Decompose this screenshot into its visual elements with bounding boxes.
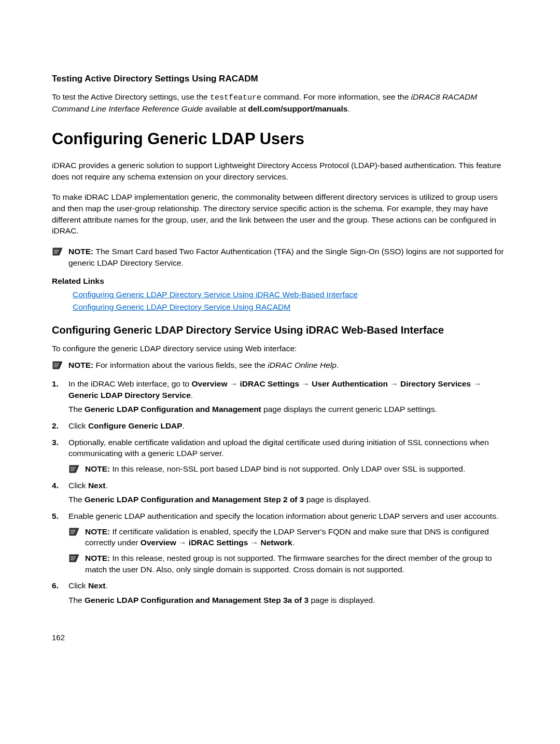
text: The (68, 405, 85, 414)
bold-text: Next (88, 481, 106, 490)
step-text: In the iDRAC Web interface, go to Overvi… (68, 378, 508, 401)
note-icon (68, 527, 80, 536)
text: page displays the current generic LDAP s… (261, 405, 437, 414)
step-text: Enable generic LDAP authentication and s… (68, 511, 508, 522)
step-text: Click Next. (68, 580, 508, 591)
link-ldap-web[interactable]: Configuring Generic LDAP Directory Servi… (73, 289, 508, 300)
note-icon (68, 464, 80, 474)
intro-para-2: To make iDRAC LDAP implementation generi… (52, 191, 508, 237)
step-result: The Generic LDAP Configuration and Manag… (68, 404, 508, 415)
note-content: NOTE: The Smart Card based Two Factor Au… (68, 246, 508, 268)
note-body: In this release, nested group is not sup… (85, 554, 492, 574)
bold-text: dell.com/support/manuals (248, 104, 347, 113)
bold-text: Configure Generic LDAP (88, 421, 183, 430)
note-body: For information about the various fields… (96, 361, 268, 369)
steps-list: In the iDRAC Web interface, go to Overvi… (52, 378, 508, 606)
page-title: Configuring Generic LDAP Users (52, 128, 508, 150)
para-text: To test the Active Directory settings, u… (52, 92, 210, 101)
text: The (68, 596, 85, 604)
text: page is displayed. (304, 495, 370, 504)
para-text: command. For more information, see the (261, 92, 411, 101)
note-block: NOTE: For information about the various … (52, 360, 508, 371)
note-body: . (292, 538, 295, 547)
nested-note: NOTE: In this release, non-SSL port base… (68, 463, 508, 475)
bold-text: Generic LDAP Configuration and Managemen… (85, 495, 304, 504)
link-ldap-racadm[interactable]: Configuring Generic LDAP Directory Servi… (73, 301, 508, 313)
step-text: Click Next. (68, 480, 508, 491)
note-icon (68, 554, 80, 563)
step-result: The Generic LDAP Configuration and Manag… (68, 595, 508, 606)
text: Click (68, 581, 88, 590)
step-2: Click Configure Generic LDAP. (52, 420, 508, 432)
step-1: In the iDRAC Web interface, go to Overvi… (52, 378, 508, 415)
step-5: Enable generic LDAP authentication and s… (52, 511, 508, 575)
step-3: Optionally, enable certificate validatio… (52, 437, 508, 475)
para-text: available at (203, 104, 248, 113)
text: In the iDRAC Web interface, go to (68, 379, 192, 388)
text: page is displayed. (309, 596, 375, 604)
related-links-list: Configuring Generic LDAP Directory Servi… (73, 289, 508, 312)
note-icon (52, 361, 63, 370)
section-heading: Testing Active Directory Settings Using … (52, 73, 508, 85)
section-para: To test the Active Directory settings, u… (52, 91, 508, 115)
step-text: Optionally, enable certificate validatio… (68, 437, 508, 459)
para-text: . (347, 104, 349, 113)
intro-para-1: iDRAC provides a generic solution to sup… (52, 160, 508, 182)
note-body: The Smart Card based Two Factor Authenti… (68, 247, 504, 267)
step-text: Click Configure Generic LDAP. (68, 420, 508, 432)
note-label: NOTE: (85, 464, 113, 473)
note-body: . (337, 361, 339, 369)
note-label: NOTE: (85, 554, 113, 562)
text: Click (68, 481, 88, 490)
note-content: NOTE: If certificate validation is enabl… (85, 526, 508, 548)
note-content: NOTE: For information about the various … (68, 360, 339, 371)
note-label: NOTE: (68, 361, 96, 369)
text: . (106, 581, 108, 590)
note-content: NOTE: In this release, non-SSL port base… (85, 463, 508, 475)
note-label: NOTE: (85, 527, 113, 536)
text: . (191, 391, 193, 399)
note-block: NOTE: The Smart Card based Two Factor Au… (52, 246, 508, 268)
text: . (106, 481, 108, 490)
bold-text: Next (88, 581, 106, 590)
code-text: testfeature (210, 93, 261, 102)
text: The (68, 495, 85, 504)
page-number: 162 (52, 632, 508, 643)
note-icon (52, 247, 63, 256)
step-4: Click Next. The Generic LDAP Configurati… (52, 480, 508, 505)
note-label: NOTE: (68, 247, 96, 256)
text: . (183, 421, 185, 430)
step-6: Click Next. The Generic LDAP Configurati… (52, 580, 508, 605)
note-italic: iDRAC Online Help (268, 361, 337, 369)
sub-heading: Configuring Generic LDAP Directory Servi… (52, 324, 508, 337)
text: Click (68, 421, 88, 430)
bold-text: Generic LDAP Configuration and Managemen… (85, 596, 309, 604)
step-result: The Generic LDAP Configuration and Manag… (68, 494, 508, 505)
related-links-heading: Related Links (52, 275, 508, 287)
nested-note: NOTE: In this release, nested group is n… (68, 553, 508, 575)
nested-note: NOTE: If certificate validation is enabl… (68, 526, 508, 548)
sub-intro: To configure the generic LDAP directory … (52, 343, 508, 354)
note-body: In this release, non-SSL port based LDAP… (113, 464, 466, 473)
bold-text: Generic LDAP Configuration and Managemen… (85, 405, 261, 414)
bold-text: Overview → iDRAC Settings → Network (141, 538, 292, 547)
note-content: NOTE: In this release, nested group is n… (85, 553, 508, 575)
